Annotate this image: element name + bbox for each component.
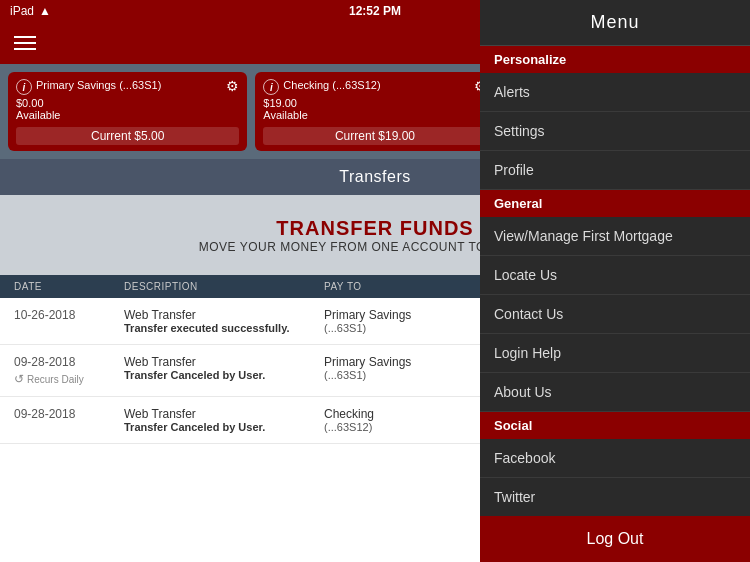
menu-section-personalize: Personalize: [480, 46, 750, 73]
hamburger-line-2: [14, 42, 36, 44]
menu-item-settings[interactable]: Settings: [480, 112, 750, 151]
row-recurs-1: ↺ Recurs Daily: [14, 372, 124, 386]
row-desc-1: Web Transfer Transfer Canceled by User.: [124, 355, 324, 386]
info-icon-0[interactable]: i: [16, 79, 32, 95]
row-date-2: 09-28-2018: [14, 407, 124, 433]
recurs-label: Recurs Daily: [27, 374, 84, 385]
recurs-icon: ↺: [14, 372, 24, 386]
menu-item-alerts[interactable]: Alerts: [480, 73, 750, 112]
account-balance-value-0: $0.00: [16, 97, 239, 109]
menu-item-contact-us[interactable]: Contact Us: [480, 295, 750, 334]
menu-item-facebook[interactable]: Facebook: [480, 439, 750, 478]
account-balance-0: $0.00 Available: [16, 97, 239, 121]
hamburger-line-1: [14, 36, 36, 38]
menu-section-general: General: [480, 190, 750, 217]
account-card-1[interactable]: i Checking (...63S12) ⚙ $19.00 Available…: [255, 72, 494, 151]
row-desc-2: Web Transfer Transfer Canceled by User.: [124, 407, 324, 433]
account-card-0[interactable]: i Primary Savings (...63S1) ⚙ $0.00 Avai…: [8, 72, 247, 151]
menu-item-twitter[interactable]: Twitter: [480, 478, 750, 516]
row-desc-0: Web Transfer Transfer executed successfu…: [124, 308, 324, 334]
menu-section-social: Social: [480, 412, 750, 439]
row-date-1-area: 09-28-2018 ↺ Recurs Daily: [14, 355, 124, 386]
account-balance-1: $19.00 Available: [263, 97, 486, 121]
menu-item-view-mortgage[interactable]: View/Manage First Mortgage: [480, 217, 750, 256]
account-balance-label-1: Available: [263, 109, 486, 121]
account-current-0: Current $5.00: [16, 127, 239, 145]
account-card-header-0: i Primary Savings (...63S1): [16, 78, 161, 95]
menu-item-profile[interactable]: Profile: [480, 151, 750, 190]
row-desc-sub-1: Transfer Canceled by User.: [124, 369, 324, 381]
account-balance-label-0: Available: [16, 109, 239, 121]
row-date-1: 09-28-2018: [14, 355, 124, 369]
account-card-top-0: i Primary Savings (...63S1) ⚙: [16, 78, 239, 95]
account-current-1: Current $19.00: [263, 127, 486, 145]
row-desc-main-2: Web Transfer: [124, 407, 324, 421]
menu-title: Menu: [480, 0, 750, 46]
row-date-0: 10-26-2018: [14, 308, 124, 334]
col-header-date: DATE: [14, 281, 124, 292]
info-icon-1[interactable]: i: [263, 79, 279, 95]
transfers-title: Transfers: [339, 168, 410, 186]
menu-logout-button[interactable]: Log Out: [480, 516, 750, 562]
menu-overlay: Menu Personalize Alerts Settings Profile…: [480, 0, 750, 562]
row-desc-main-1: Web Transfer: [124, 355, 324, 369]
account-card-top-1: i Checking (...63S12) ⚙: [263, 78, 486, 95]
account-name-1: Checking (...63S12): [283, 78, 380, 92]
menu-item-login-help[interactable]: Login Help: [480, 334, 750, 373]
menu-item-locate-us[interactable]: Locate Us: [480, 256, 750, 295]
menu-scroll[interactable]: Personalize Alerts Settings Profile Gene…: [480, 46, 750, 516]
account-balance-value-1: $19.00: [263, 97, 486, 109]
status-left: iPad ▲: [10, 4, 51, 18]
account-card-header-1: i Checking (...63S12): [263, 78, 380, 95]
row-desc-sub-0: Transfer executed successfully.: [124, 322, 324, 334]
status-time: 12:52 PM: [349, 4, 401, 18]
hamburger-menu-button[interactable]: [14, 36, 36, 50]
row-desc-main-0: Web Transfer: [124, 308, 324, 322]
device-label: iPad: [10, 4, 34, 18]
account-name-0: Primary Savings (...63S1): [36, 78, 161, 92]
menu-item-about-us[interactable]: About Us: [480, 373, 750, 412]
account-gear-0[interactable]: ⚙: [226, 78, 239, 94]
col-header-description: DESCRIPTION: [124, 281, 324, 292]
hamburger-line-3: [14, 48, 36, 50]
row-desc-sub-2: Transfer Canceled by User.: [124, 421, 324, 433]
wifi-icon: ▲: [39, 4, 51, 18]
